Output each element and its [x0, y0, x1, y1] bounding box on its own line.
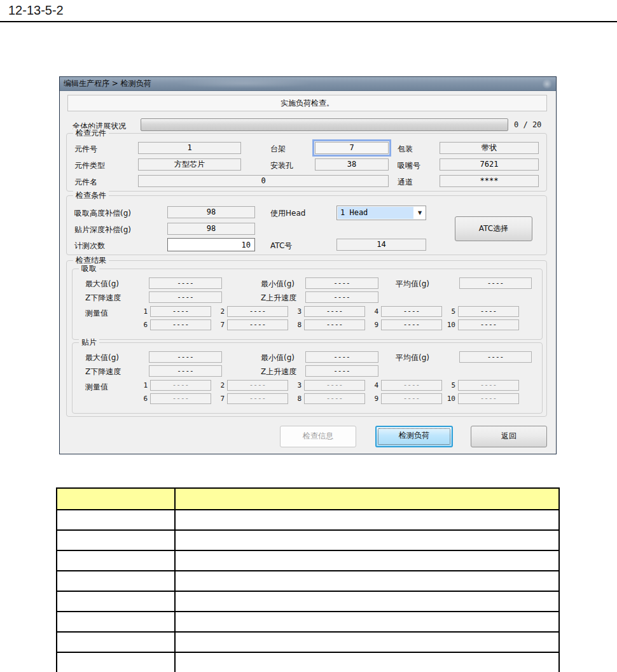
pickup-measured-label: 测量值 [85, 308, 108, 319]
nozzle-no-field: 7621 [440, 158, 539, 171]
table-cell [175, 550, 559, 571]
measure-value-field: ---- [304, 306, 365, 317]
pickup-max-label: 最大值(g) [85, 279, 119, 290]
titlebar-sheen [174, 78, 314, 88]
nozzle-no-label: 吸嘴号 [398, 160, 420, 171]
table-header-row [57, 488, 559, 510]
measure-index: 1 [136, 306, 148, 317]
component-type-field: 方型芯片 [138, 158, 241, 171]
table-cell [57, 632, 175, 652]
table-row [57, 612, 559, 632]
table-row [57, 652, 559, 672]
channel-label: 通道 [398, 177, 413, 188]
table-cell [175, 591, 559, 612]
measure-index: 8 [290, 393, 302, 404]
close-button[interactable] [542, 79, 552, 89]
detect-load-button[interactable]: 检测负荷 [375, 426, 453, 447]
mounting-hole-field: 38 [315, 158, 389, 171]
measure-value-field: ---- [304, 393, 365, 404]
measure-index: 3 [290, 380, 302, 391]
result-group: 检查结果 吸取 最大值(g) ---- 最小值(g) ---- 平均值(g) -… [66, 260, 547, 417]
place-depth-comp-field: 98 [167, 223, 255, 235]
measure-index: 7 [213, 319, 225, 330]
pickup-z-up-field: ---- [305, 291, 378, 303]
measure-value-field: ---- [150, 306, 211, 317]
measure-value-field: ---- [381, 306, 442, 317]
measure-index: 4 [367, 306, 378, 317]
component-name-field: 0 [138, 175, 389, 187]
table-cell [57, 612, 175, 632]
measure-index: 3 [290, 306, 302, 317]
place-z-down-field: ---- [149, 365, 222, 377]
back-button[interactable]: 返回 [471, 426, 547, 447]
pickup-group-title: 吸取 [79, 264, 99, 273]
measure-count-label: 计测次数 [74, 241, 105, 251]
detect-load-dialog: 编辑生产程序 > 检测负荷 实施负荷检查。 全体的进展状况 0 / 20 检查元… [59, 76, 557, 454]
pickup-z-down-label: Z下降速度 [85, 293, 121, 304]
pickup-result-group: 吸取 最大值(g) ---- 最小值(g) ---- 平均值(g) ---- Z… [72, 269, 543, 340]
measure-index: 7 [213, 393, 225, 404]
table-cell [175, 652, 559, 672]
measure-value-field: ---- [381, 380, 442, 391]
table-row [57, 510, 559, 530]
component-type-label: 元件类型 [74, 160, 105, 171]
measure-index: 9 [367, 319, 378, 330]
measure-index: 4 [367, 380, 378, 391]
atc-no-label: ATC号 [270, 241, 292, 251]
dialog-client-area: 实施负荷检查。 全体的进展状况 0 / 20 检查元件 元件号 1 台架 7 包… [60, 91, 556, 454]
atc-select-button-label: ATC选择 [455, 217, 532, 241]
table-row [57, 550, 559, 571]
place-group-title: 贴片 [79, 338, 99, 347]
pickup-max-field: ---- [149, 277, 222, 289]
use-head-combobox[interactable]: 1 Head ▼ [336, 206, 426, 220]
measure-value-field: ---- [227, 393, 288, 404]
dialog-title: 编辑生产程序 > 检测负荷 [64, 79, 151, 88]
component-no-label: 元件号 [74, 144, 97, 155]
channel-field: **** [440, 175, 539, 187]
component-group: 检查元件 元件号 1 台架 7 包装 带状 元件类型 方型芯片 安装孔 38 吸… [66, 133, 547, 192]
table-cell [57, 530, 175, 550]
measure-value-field: ---- [227, 380, 288, 391]
place-min-label: 最小值(g) [261, 353, 295, 363]
measure-value-field: ---- [458, 393, 519, 404]
pickup-z-up-label: Z上升速度 [261, 293, 296, 304]
pickup-min-label: 最小值(g) [261, 279, 295, 290]
measure-count-input[interactable] [167, 238, 255, 251]
place-result-group: 贴片 最大值(g) ---- 最小值(g) ---- 平均值(g) ---- Z… [72, 342, 543, 414]
rack-field[interactable]: 7 [315, 142, 389, 154]
table-cell [57, 510, 175, 530]
status-message: 实施负荷检查。 [67, 95, 547, 111]
measure-index: 5 [444, 380, 455, 391]
dialog-titlebar[interactable]: 编辑生产程序 > 检测负荷 [60, 77, 556, 91]
measure-value-field: ---- [381, 319, 442, 330]
table-row [57, 591, 559, 612]
measure-value-field: ---- [227, 319, 288, 330]
component-no-field: 1 [138, 142, 241, 154]
table-header-cell [57, 488, 175, 510]
measure-index: 2 [213, 306, 225, 317]
chevron-down-icon[interactable]: ▼ [414, 206, 426, 220]
table-cell [175, 510, 559, 530]
table-cell [57, 550, 175, 571]
atc-select-button[interactable]: ATC选择 [455, 216, 532, 241]
measure-value-field: ---- [150, 380, 211, 391]
atc-no-field: 14 [336, 239, 426, 251]
table-row [57, 632, 559, 652]
measure-value-field: ---- [458, 380, 519, 391]
place-depth-comp-label: 贴片深度补偿(g) [74, 225, 131, 235]
measure-index: 10 [444, 319, 455, 330]
condition-group: 检查条件 吸取高度补偿(g) 98 使用Head 1 Head ▼ 贴片深度补偿… [66, 195, 547, 255]
table-cell [175, 571, 559, 591]
measure-index: 6 [136, 393, 148, 404]
packaging-label: 包装 [398, 144, 413, 155]
pickup-min-field: ---- [305, 277, 378, 289]
pickup-avg-field: ---- [459, 277, 532, 289]
measure-value-field: ---- [458, 306, 519, 317]
table-cell [175, 632, 559, 652]
check-info-button[interactable]: 检查信息 [280, 426, 356, 447]
place-min-field: ---- [305, 351, 378, 363]
measure-index: 8 [290, 319, 302, 330]
measure-index: 5 [444, 306, 455, 317]
progress-count: 0 / 20 [514, 120, 541, 129]
measure-value-field: ---- [227, 306, 288, 317]
